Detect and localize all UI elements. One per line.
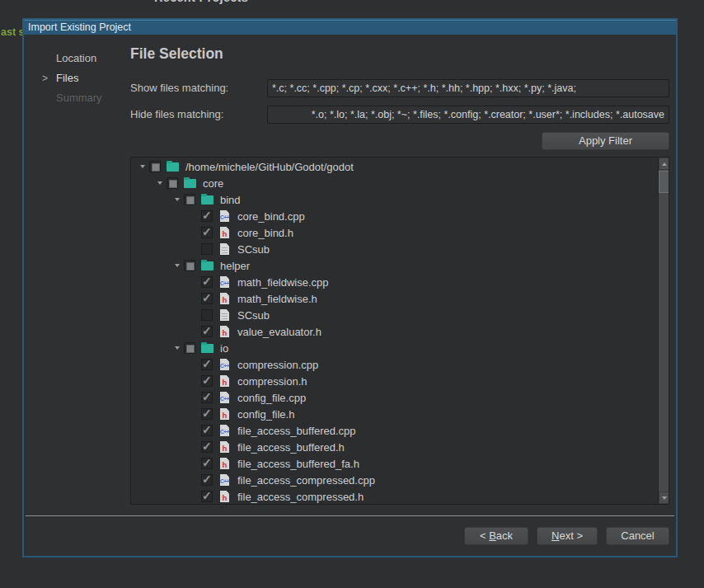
folder-icon bbox=[167, 161, 180, 172]
tree-checkbox-checked[interactable] bbox=[201, 425, 213, 436]
scrollbar-thumb[interactable] bbox=[659, 171, 669, 193]
header-file-icon: h bbox=[218, 293, 232, 304]
tree-checkbox-checked[interactable] bbox=[201, 491, 213, 502]
tree-item-label: io bbox=[220, 342, 228, 355]
page-title: File Selection bbox=[130, 45, 223, 63]
tree-checkbox-unchecked[interactable] bbox=[201, 243, 213, 255]
tree-row-file[interactable]: C++file_access_buffered.cpp bbox=[131, 422, 658, 439]
tree-row-file[interactable]: hcompression.h bbox=[131, 373, 658, 389]
tree-row-folder[interactable]: core bbox=[131, 175, 658, 191]
expand-collapse-arrow[interactable] bbox=[153, 181, 167, 185]
tree-item-label: /home/michele/GitHub/Godot/godot bbox=[185, 161, 354, 173]
tree-row-file[interactable]: hcore_bind.h bbox=[131, 224, 658, 241]
tree-row-file[interactable]: hfile_access_compressed.h bbox=[131, 488, 658, 505]
triangle-down-icon bbox=[157, 181, 162, 185]
tree-checkbox-checked[interactable] bbox=[201, 276, 213, 288]
show-files-label: Show files matching: bbox=[130, 79, 228, 97]
tree-checkbox-checked[interactable] bbox=[201, 375, 213, 387]
back-button[interactable]: < Back bbox=[464, 527, 528, 545]
button-row-separator bbox=[26, 515, 674, 516]
hide-files-input[interactable]: *.o; *.lo; *.la; *.obj; *~; *.files; *.c… bbox=[267, 106, 669, 124]
tree-checkbox-checked[interactable] bbox=[201, 458, 213, 469]
expand-collapse-arrow[interactable] bbox=[171, 264, 184, 267]
arrow-down-icon bbox=[662, 496, 667, 500]
generic-file-icon bbox=[218, 243, 232, 255]
sidebar-item-label: Location bbox=[56, 52, 96, 64]
tree-row-file[interactable]: SCsub bbox=[131, 241, 658, 257]
tree-item-label: file_access_compressed.h bbox=[237, 491, 364, 503]
tree-checkbox-checked[interactable] bbox=[201, 408, 213, 420]
tree-row-file[interactable]: hconfig_file.h bbox=[131, 406, 658, 422]
tree-item-label: file_access_buffered_fa.h bbox=[237, 458, 359, 470]
sidebar-item-label: Files bbox=[56, 72, 78, 84]
current-step-chevron-icon: > bbox=[42, 68, 48, 88]
tree-item-label: core_bind.h bbox=[237, 227, 293, 239]
tree-checkbox-checked[interactable] bbox=[201, 227, 213, 238]
tree-row-file[interactable]: hfile_access_buffered_fa.h bbox=[131, 455, 658, 472]
tree-checkbox-partial[interactable] bbox=[184, 342, 195, 354]
folder-icon bbox=[201, 260, 214, 271]
scroll-down-button[interactable] bbox=[659, 492, 669, 504]
tree-row-folder[interactable]: /home/michele/GitHub/Godot/godot bbox=[131, 158, 658, 175]
tree-checkbox-checked[interactable] bbox=[201, 441, 213, 453]
tree-row-file[interactable]: C++compression.cpp bbox=[131, 356, 658, 373]
import-existing-project-dialog: Import Existing Project Location > Files… bbox=[22, 18, 678, 557]
tree-checkbox-checked[interactable] bbox=[201, 359, 213, 370]
expand-collapse-arrow[interactable] bbox=[171, 346, 184, 350]
expand-collapse-arrow[interactable] bbox=[136, 165, 149, 168]
triangle-down-icon bbox=[175, 264, 180, 267]
tree-row-folder[interactable]: helper bbox=[131, 257, 658, 274]
triangle-down-icon bbox=[175, 346, 180, 350]
last-session-link-partial[interactable]: ast s bbox=[1, 26, 25, 38]
tree-scrollbar[interactable] bbox=[658, 158, 669, 504]
tree-row-file[interactable]: C++core_bind.cpp bbox=[131, 208, 658, 224]
tree-row-file[interactable]: hfile_access_buffered.h bbox=[131, 439, 658, 455]
tree-checkbox-partial[interactable] bbox=[149, 161, 161, 172]
recent-projects-heading: Recent Projects bbox=[154, 0, 248, 4]
tree-checkbox-checked[interactable] bbox=[201, 210, 213, 222]
sidebar-item-location[interactable]: Location bbox=[56, 49, 102, 68]
cancel-button[interactable]: Cancel bbox=[606, 527, 669, 545]
tree-row-folder[interactable]: bind bbox=[131, 191, 658, 208]
next-button[interactable]: Next > bbox=[537, 527, 598, 545]
tree-item-label: helper bbox=[220, 260, 250, 272]
header-file-icon: h bbox=[218, 375, 232, 387]
show-files-input[interactable]: *.c; *.cc; *.cpp; *.cp; *.cxx; *.c++; *.… bbox=[267, 79, 669, 97]
tree-checkbox-unchecked[interactable] bbox=[201, 309, 213, 321]
expand-collapse-arrow[interactable] bbox=[171, 198, 184, 201]
tree-row-file[interactable]: hvalue_evaluator.h bbox=[131, 323, 658, 340]
generic-file-icon bbox=[218, 309, 232, 321]
tree-checkbox-checked[interactable] bbox=[201, 326, 213, 337]
file-tree: /home/michele/GitHub/Godot/godotcorebind… bbox=[130, 157, 669, 505]
scroll-up-button[interactable] bbox=[659, 158, 669, 170]
tree-row-file[interactable]: hmath_fieldwise.h bbox=[131, 290, 658, 307]
tree-checkbox-partial[interactable] bbox=[167, 177, 178, 189]
tree-checkbox-partial[interactable] bbox=[184, 194, 195, 205]
tree-item-label: value_evaluator.h bbox=[237, 326, 321, 338]
sidebar-item-summary: Summary bbox=[56, 88, 102, 108]
tree-row-file[interactable]: SCsub bbox=[131, 307, 658, 323]
header-file-icon: h bbox=[218, 227, 232, 238]
sidebar-item-files[interactable]: > Files bbox=[56, 68, 102, 88]
triangle-down-icon bbox=[175, 198, 180, 201]
tree-checkbox-checked[interactable] bbox=[201, 293, 213, 304]
apply-filter-button[interactable]: Apply Filter bbox=[542, 132, 669, 150]
folder-icon bbox=[201, 342, 214, 354]
tree-item-label: SCsub bbox=[237, 309, 270, 322]
tree-item-label: math_fieldwise.h bbox=[237, 293, 317, 305]
tree-row-folder[interactable]: io bbox=[131, 340, 658, 356]
tree-item-label: file_access_compressed.cpp bbox=[237, 474, 375, 487]
folder-icon bbox=[201, 194, 214, 205]
tree-item-label: core bbox=[203, 177, 223, 190]
tree-row-file[interactable]: C++math_fieldwise.cpp bbox=[131, 274, 658, 290]
tree-item-label: compression.cpp bbox=[237, 359, 318, 371]
tree-item-label: math_fieldwise.cpp bbox=[237, 276, 329, 289]
header-file-icon: h bbox=[218, 326, 232, 337]
tree-row-file[interactable]: C++config_file.cpp bbox=[131, 389, 658, 406]
tree-checkbox-checked[interactable] bbox=[201, 392, 213, 403]
header-file-icon: h bbox=[218, 408, 232, 420]
dialog-titlebar[interactable]: Import Existing Project bbox=[24, 20, 676, 35]
tree-checkbox-checked[interactable] bbox=[201, 474, 213, 486]
tree-row-file[interactable]: C++file_access_compressed.cpp bbox=[131, 472, 658, 488]
tree-checkbox-partial[interactable] bbox=[184, 260, 195, 271]
